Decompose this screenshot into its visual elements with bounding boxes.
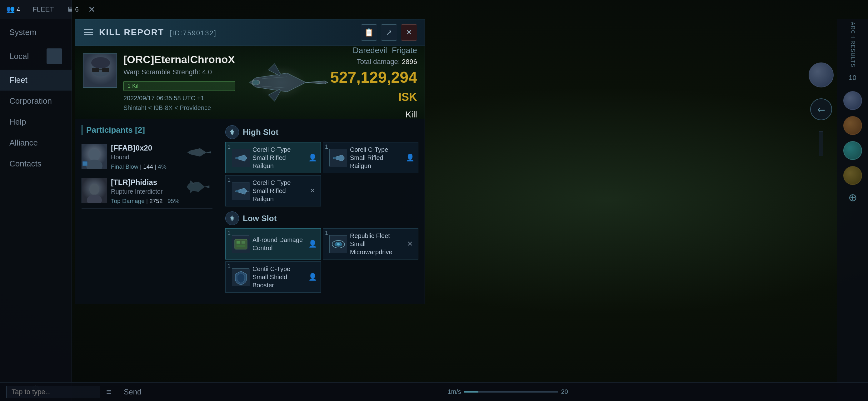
modal-header: KILL REPORT [ID:7590132] 📋 ↗ ✕ xyxy=(75,20,425,46)
participant-ship-1: Hound xyxy=(111,154,180,161)
screen-count: 6 xyxy=(75,6,79,13)
modal-menu-icon[interactable] xyxy=(83,27,94,38)
chat-menu-icon[interactable]: ≡ xyxy=(106,387,111,397)
participant-damage-2: 2752 xyxy=(149,198,162,204)
item-orb-1[interactable] xyxy=(809,63,834,88)
svg-rect-6 xyxy=(102,68,109,72)
sidebar-item-help[interactable]: Help xyxy=(0,111,71,132)
kill-badge-label: 1 Kill xyxy=(127,83,140,89)
search-items: ⊕ xyxy=(843,91,862,204)
eq-add-button-1[interactable]: 👤 xyxy=(307,153,317,163)
svg-rect-5 xyxy=(92,68,99,72)
sidebar-item-system[interactable]: System xyxy=(0,22,71,43)
fleet-label-tab[interactable]: FLEET xyxy=(29,3,57,15)
eq-add-button-2[interactable]: 👤 xyxy=(405,153,415,163)
equipment-item[interactable]: 1 Coreli C-Type Small Rifled Railgun 👤 xyxy=(225,142,321,173)
speed-bar: 1m/s 20 xyxy=(154,388,862,395)
svg-point-31 xyxy=(231,217,234,220)
fleet-count: 4 xyxy=(17,6,20,13)
participant-name-1: [FFAB]0x20 xyxy=(111,144,180,153)
participant-pct-2: 95% xyxy=(167,198,179,204)
railgun-icon-1 xyxy=(232,149,249,166)
search-item-4[interactable] xyxy=(843,166,862,185)
search-item-3[interactable] xyxy=(843,141,862,160)
equipment-item[interactable]: 1 Centii C-Type Small Shield Booster 👤 xyxy=(225,261,321,293)
pilot-info: [ORC]EternalChronoX Warp Scramble Streng… xyxy=(123,54,235,111)
final-blow-label: Final Blow xyxy=(111,163,138,170)
participant-name-2: [TLR]Phidias xyxy=(111,178,180,187)
modal-close-button[interactable]: ✕ xyxy=(401,24,417,41)
isk-unit: ISK xyxy=(398,91,417,103)
eq-name-1: Coreli C-Type Small Rifled Railgun xyxy=(252,145,304,170)
railgun-icon-3 xyxy=(232,182,249,200)
svg-point-30 xyxy=(236,190,239,192)
fleet-label: FLEET xyxy=(32,5,54,13)
people-icon: 👥 xyxy=(6,5,15,13)
close-header-button[interactable]: ✕ xyxy=(88,4,95,15)
export-button[interactable]: ↗ xyxy=(381,24,397,41)
circular-button[interactable]: ⇐ xyxy=(809,97,834,122)
participant-info-1: [FFAB]0x20 Hound Final Blow | 144 | 4% xyxy=(111,144,180,170)
participant-item[interactable]: [FFAB]0x20 Hound Final Blow | 144 | 4% xyxy=(82,140,213,174)
search-item-1[interactable] xyxy=(843,91,862,110)
eq-remove-button-3[interactable]: ✕ xyxy=(307,186,317,196)
equipment-item[interactable]: 1 Coreli C-Type Small Rifled Railgun 👤 xyxy=(323,142,418,173)
svg-rect-0 xyxy=(84,29,93,30)
search-item-2[interactable] xyxy=(843,116,862,135)
ship-type: Frigate xyxy=(392,45,417,55)
vertical-divider xyxy=(819,131,823,156)
modal-title-id: [ID:7590132] xyxy=(170,29,217,37)
svg-point-8 xyxy=(91,57,110,68)
participant-avatar-2 xyxy=(82,178,106,203)
svg-rect-35 xyxy=(242,241,245,244)
eq-add-button-6[interactable]: 👤 xyxy=(307,272,317,282)
low-slot-icon xyxy=(225,211,239,225)
high-slot-icon xyxy=(225,125,239,139)
svg-rect-2 xyxy=(84,34,93,35)
equipment-item[interactable]: 1 Coreli C-Type Small Rifled Railgun ✕ xyxy=(225,175,321,206)
search-count: 10 xyxy=(849,74,856,82)
sidebar-item-corporation[interactable]: Corporation xyxy=(0,91,71,111)
kill-type: Kill xyxy=(406,110,417,120)
sidebar-item-contacts-label: Contacts xyxy=(9,159,41,168)
speed-max: 20 xyxy=(561,388,568,395)
copy-button[interactable]: 📋 xyxy=(361,24,377,41)
screen-tab[interactable]: 🖥 6 xyxy=(63,3,82,15)
pilot-avatar xyxy=(83,54,117,88)
eq-remove-button-5[interactable]: ✕ xyxy=(405,239,415,249)
sidebar-top-bar: 👥 4 FLEET 🖥 6 ✕ xyxy=(0,0,71,19)
equipment-item[interactable]: 1 All-round Damage Control 👤 xyxy=(225,228,321,260)
eq-count: 1 xyxy=(227,144,230,150)
svg-rect-17 xyxy=(83,162,87,166)
kill-hero: [ORC]EternalChronoX Warp Scramble Streng… xyxy=(75,46,425,119)
chat-input[interactable] xyxy=(6,386,100,398)
search-results-panel: ARCH RESULTS 10 ⊕ xyxy=(837,19,868,401)
svg-rect-34 xyxy=(237,241,240,244)
railgun-icon-2 xyxy=(329,149,347,166)
high-slot-section: High Slot 1 xyxy=(225,125,418,206)
eq-name-3: Coreli C-Type Small Rifled Railgun xyxy=(252,179,304,203)
sidebar-item-alliance[interactable]: Alliance xyxy=(0,132,71,153)
eq-add-button-4[interactable]: 👤 xyxy=(307,239,317,249)
screen-icon: 🖥 xyxy=(67,5,73,13)
sidebar-item-fleet[interactable]: Fleet xyxy=(0,70,71,91)
isk-amount: 527,129,294 xyxy=(330,69,417,86)
participant-stats-2: Top Damage | 2752 | 95% xyxy=(111,198,180,205)
speed-slider[interactable] xyxy=(464,391,558,393)
add-button[interactable]: ⊕ xyxy=(848,191,857,204)
sidebar-item-local[interactable]: Local xyxy=(0,43,71,70)
fleet-tab[interactable]: 👥 4 xyxy=(3,3,23,15)
sidebar-nav: System Local Fleet Corporation Help Alli… xyxy=(0,19,71,377)
bottom-bar: ≡ Send 1m/s 20 xyxy=(0,382,868,401)
sidebar-item-system-label: System xyxy=(9,28,36,37)
low-slot-grid: 1 All-round Damage Control 👤 xyxy=(225,228,418,293)
participant-item[interactable]: [TLR]Phidias Rupture Interdictor Top Dam… xyxy=(82,174,213,209)
eq-count: 1 xyxy=(227,177,230,183)
kill-badge: 1 Kill xyxy=(123,81,235,91)
participants-title: Participants [2] xyxy=(82,125,213,135)
equipment-item[interactable]: 1 Republic Fleet Small Microwarpdrive ✕ xyxy=(323,228,418,260)
sidebar-item-contacts[interactable]: Contacts xyxy=(0,153,71,174)
search-results-label: ARCH RESULTS xyxy=(850,22,856,67)
local-avatar xyxy=(46,48,62,64)
send-button[interactable]: Send xyxy=(118,385,148,399)
